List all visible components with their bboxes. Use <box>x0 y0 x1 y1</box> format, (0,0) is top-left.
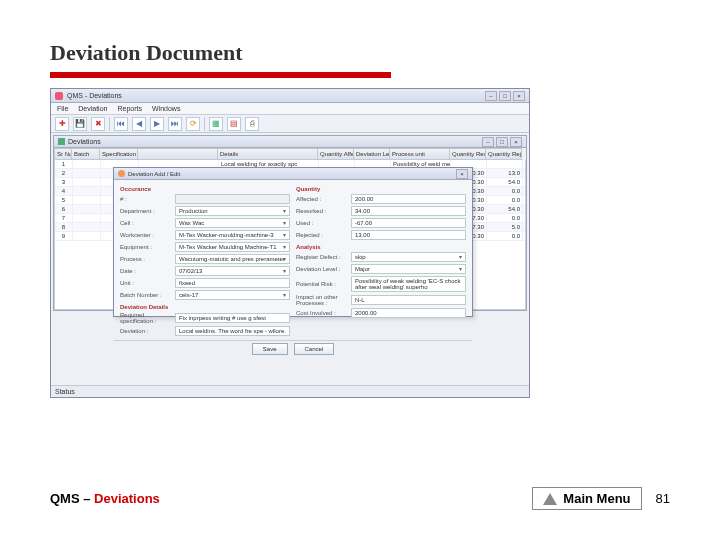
quantity-heading: Quantity <box>296 186 466 192</box>
toolbar-sep <box>109 117 110 131</box>
page-number: 81 <box>656 491 670 506</box>
toolbar-new-icon[interactable]: ✚ <box>55 117 69 131</box>
batch-number-dropdown[interactable]: cels-17 <box>175 290 290 300</box>
unit-field[interactable]: fixeed <box>175 278 290 288</box>
toolbar-print-icon[interactable]: ⎙ <box>245 117 259 131</box>
toolbar-nav-first-icon[interactable]: ⏮ <box>114 117 128 131</box>
sub-maximize-button[interactable]: □ <box>496 137 508 147</box>
statusbar: Status <box>51 385 529 397</box>
affected-label: Affected : <box>296 196 348 202</box>
rejected-label: Rejected : <box>296 232 348 238</box>
col-proc-unit[interactable]: Process unit <box>390 148 450 160</box>
toolbar-export-pdf-icon[interactable]: ▤ <box>227 117 241 131</box>
arrow-up-icon <box>543 493 557 505</box>
deviation-field[interactable]: Local weldins. The word fre spe - wllore… <box>175 326 290 336</box>
impact-on-field[interactable]: N-L <box>351 295 466 305</box>
process-label: Process : <box>120 256 172 262</box>
menu-windows[interactable]: Windows <box>152 105 180 112</box>
save-button[interactable]: Save <box>252 343 288 355</box>
required-spec-field[interactable]: Fix inprpess writing # use g sfest <box>175 313 290 323</box>
deviation-details-heading: Deviation Details <box>120 304 290 310</box>
toolbar-nav-next-icon[interactable]: ▶ <box>150 117 164 131</box>
breadcrumb-main: QMS – <box>50 491 94 506</box>
deviation-label: Deviation : <box>120 328 172 334</box>
register-defect-dropdown[interactable]: skip <box>351 252 466 262</box>
batch-number-label: Batch Number : <box>120 292 172 298</box>
dialog-close-button[interactable]: × <box>456 169 468 179</box>
equipment-dropdown[interactable]: M-Tex Wacker Moulding Machine-T1 <box>175 242 290 252</box>
window-maximize-button[interactable]: □ <box>499 91 511 101</box>
id-field <box>175 194 290 204</box>
col-batch[interactable]: Batch <box>72 148 100 160</box>
toolbar-save-icon[interactable]: 💾 <box>73 117 87 131</box>
analysis-heading: Analysis <box>296 244 466 250</box>
cost-involved-field[interactable]: 2000.00 <box>351 308 466 318</box>
affected-field[interactable]: 200.00 <box>351 194 466 204</box>
subwindow-titlebar: Deviations – □ × <box>54 136 526 148</box>
dialog-titlebar: Deviation Add / Edit × <box>114 168 472 180</box>
cost-involved-label: Cost Involved : <box>296 310 348 316</box>
used-field[interactable]: -67.00 <box>351 218 466 228</box>
workcenter-label: Workcenter : <box>120 232 172 238</box>
breadcrumb: QMS – Deviations <box>50 491 160 506</box>
toolbar-export-excel-icon[interactable]: ▦ <box>209 117 223 131</box>
title-rule <box>50 72 391 78</box>
main-menu-label: Main Menu <box>563 491 630 506</box>
deviation-level-label: Deviation Level : <box>296 266 348 272</box>
process-dropdown[interactable]: Wacutomg-matutic and pres prerameter <box>175 254 290 264</box>
window-close-button[interactable]: × <box>513 91 525 101</box>
potential-risk-field[interactable]: Possibility of weak welding 'EC-S chock … <box>351 276 466 292</box>
gear-icon <box>118 170 125 177</box>
menubar: File Deviation Reports Windows <box>51 103 529 115</box>
status-text: Status <box>55 388 75 395</box>
sub-close-button[interactable]: × <box>510 137 522 147</box>
toolbar-nav-prev-icon[interactable]: ◀ <box>132 117 146 131</box>
main-menu-button[interactable]: Main Menu <box>532 487 641 510</box>
grid-header: Sr No Batch Specification Details Quanti… <box>54 148 526 160</box>
rejected-field[interactable]: 13.00 <box>351 230 466 240</box>
workcenter-dropdown[interactable]: M-Tex Wacker-moulding-machine-3 <box>175 230 290 240</box>
toolbar: ✚ 💾 ✖ ⏮ ◀ ▶ ⏭ ⟳ ▦ ▤ ⎙ <box>51 115 529 133</box>
occurance-heading: Occurance <box>120 186 290 192</box>
menu-reports[interactable]: Reports <box>117 105 142 112</box>
toolbar-delete-icon[interactable]: ✖ <box>91 117 105 131</box>
cancel-button[interactable]: Cancel <box>294 343 335 355</box>
register-defect-label: Register Defect : <box>296 254 348 260</box>
unit-label: Unit : <box>120 280 172 286</box>
dialog-title-text: Deviation Add / Edit <box>128 171 180 177</box>
window-titlebar: QMS - Deviations – □ × <box>51 89 529 103</box>
col-details[interactable]: Details <box>218 148 318 160</box>
date-field[interactable]: 07/02/13 <box>175 266 290 276</box>
department-dropdown[interactable]: Production <box>175 206 290 216</box>
potential-risk-label: Potential Risk : <box>296 281 348 287</box>
window-minimize-button[interactable]: – <box>485 91 497 101</box>
deviation-dialog: Deviation Add / Edit × Occurance # : Dep… <box>113 167 473 317</box>
deviation-level-dropdown[interactable]: Major <box>351 264 466 274</box>
col-qty-affected[interactable]: Quantity Affected <box>318 148 354 160</box>
list-icon <box>58 138 65 145</box>
subwindow-title-text: Deviations <box>68 138 101 145</box>
col-blank[interactable] <box>138 148 218 160</box>
col-qty-reworked[interactable]: Quantity Reworked <box>450 148 486 160</box>
col-spec[interactable]: Specification <box>100 148 138 160</box>
col-dev-level[interactable]: Deviation Level <box>354 148 390 160</box>
department-label: Department : <box>120 208 172 214</box>
window-title-text: QMS - Deviations <box>67 92 122 99</box>
toolbar-nav-last-icon[interactable]: ⏭ <box>168 117 182 131</box>
col-sr[interactable]: Sr No <box>54 148 72 160</box>
date-label: Date : <box>120 268 172 274</box>
sub-minimize-button[interactable]: – <box>482 137 494 147</box>
col-qty-rejected[interactable]: Quantity Rejected <box>486 148 522 160</box>
id-label: # : <box>120 196 172 202</box>
menu-deviation[interactable]: Deviation <box>78 105 107 112</box>
required-spec-label: Required specification : <box>120 312 172 324</box>
slide-footer: QMS – Deviations Main Menu 81 <box>50 487 670 510</box>
reworked-field[interactable]: 34.00 <box>351 206 466 216</box>
app-icon <box>55 92 63 100</box>
toolbar-refresh-icon[interactable]: ⟳ <box>186 117 200 131</box>
equipment-label: Equipment : <box>120 244 172 250</box>
cell-dropdown[interactable]: Wax Wac <box>175 218 290 228</box>
menu-file[interactable]: File <box>57 105 68 112</box>
dialog-left-col: Occurance # : Department :Production Cel… <box>120 184 290 336</box>
slide-title: Deviation Document <box>50 40 670 66</box>
